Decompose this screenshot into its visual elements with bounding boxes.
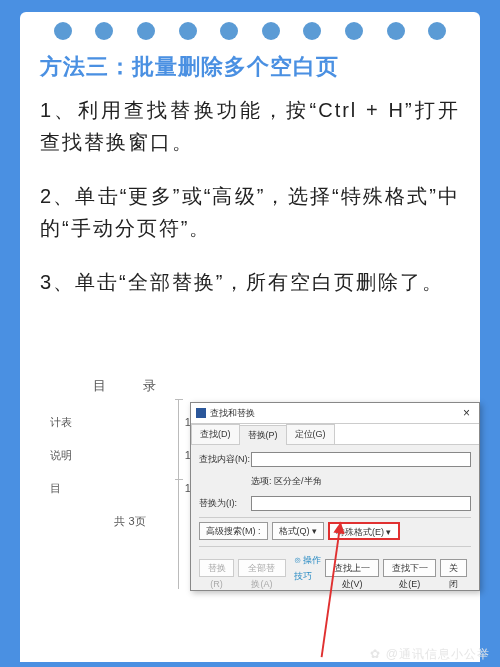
find-replace-dialog: 查找和替换 × 查找(D) 替换(P) 定位(G) 查找内容(N): 选项: 区…: [190, 402, 480, 591]
tab-find[interactable]: 查找(D): [191, 424, 240, 444]
word-icon: [196, 408, 206, 418]
toc-name: 目: [50, 481, 61, 496]
dialog-tabs: 查找(D) 替换(P) 定位(G): [191, 424, 479, 445]
tab-goto[interactable]: 定位(G): [286, 424, 335, 444]
advanced-search-button[interactable]: 高级搜索(M) :: [199, 522, 268, 540]
binding-holes: [20, 22, 480, 40]
replace-all-button[interactable]: 全部替换(A): [238, 559, 285, 577]
watermark: ✿ @通讯信息小公举: [370, 646, 490, 663]
options-value: 区分全/半角: [274, 473, 322, 489]
special-format-button[interactable]: 特殊格式(E) ▾: [328, 522, 400, 540]
toc-name: 计表: [50, 415, 72, 430]
toc-name: 说明: [50, 448, 72, 463]
format-button[interactable]: 格式(Q) ▾: [272, 522, 325, 540]
step-2: 2、单击“更多”或“高级”，选择“特殊格式”中的“手动分页符”。: [40, 180, 460, 244]
step-3: 3、单击“全部替换”，所有空白页删除了。: [40, 266, 460, 298]
options-label: 选项:: [251, 473, 272, 489]
close-icon[interactable]: ×: [459, 406, 474, 420]
notepad: 方法三：批量删除多个空白页 1、利用查找替换功能，按“Ctrl + H”打开查找…: [20, 12, 480, 662]
find-prev-button[interactable]: 查找上一处(V): [325, 559, 379, 577]
dialog-title: 查找和替换: [210, 407, 255, 420]
find-input[interactable]: [251, 452, 471, 467]
tips-link[interactable]: ⊙ 操作技巧: [294, 552, 326, 584]
content: 方法三：批量删除多个空白页 1、利用查找替换功能，按“Ctrl + H”打开查找…: [40, 52, 460, 320]
tab-replace[interactable]: 替换(P): [239, 425, 287, 445]
step-1: 1、利用查找替换功能，按“Ctrl + H”打开查找替换窗口。: [40, 94, 460, 158]
find-label: 查找内容(N):: [199, 451, 251, 467]
method-title: 方法三：批量删除多个空白页: [40, 52, 460, 82]
ruler: [178, 399, 179, 589]
replace-label: 替换为(I):: [199, 495, 251, 511]
toc-title: 目 录: [40, 377, 220, 395]
find-next-button[interactable]: 查找下一处(E): [383, 559, 437, 577]
replace-input[interactable]: [251, 496, 471, 511]
replace-button[interactable]: 替换(R): [199, 559, 234, 577]
embedded-screenshot: 目 录 计表 1 页 说明 1 页 目 1 页 共 3页 查找和替换: [40, 377, 460, 662]
dialog-body: 查找内容(N): 选项: 区分全/半角 替换为(I): 高级搜索(M) : 格式…: [191, 445, 479, 590]
close-button[interactable]: 关闭: [440, 559, 467, 577]
dialog-titlebar: 查找和替换 ×: [191, 403, 479, 424]
